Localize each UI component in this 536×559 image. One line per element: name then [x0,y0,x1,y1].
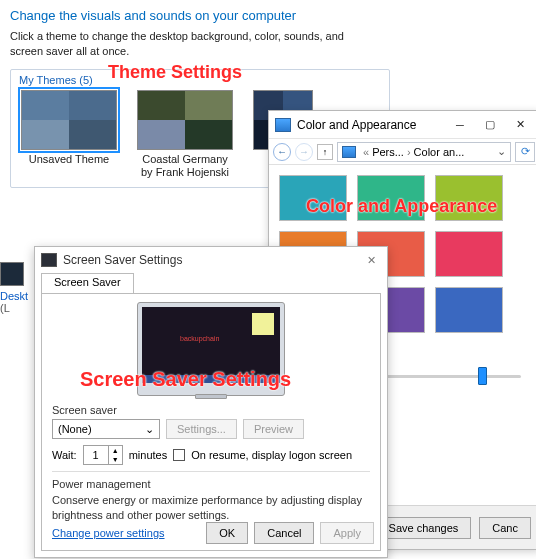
screensaver-combo[interactable]: (None) ⌄ [52,419,160,439]
maximize-button[interactable]: ▢ [477,116,503,134]
preview-monitor: backupchain [137,302,285,396]
spin-down-icon[interactable]: ▼ [108,455,122,464]
chevron-down-icon: ⌄ [145,423,154,436]
save-changes-button[interactable]: Save changes [376,517,472,539]
preview-logo: backupchain [180,335,219,342]
color-swatch[interactable] [435,287,503,333]
minimize-button[interactable]: ─ [447,116,473,134]
sticky-note-icon [252,313,274,335]
ok-button[interactable]: OK [206,522,248,544]
screen-saver-window: Screen Saver Settings ✕ Screen Saver bac… [34,246,388,558]
sidebar-desktop-link[interactable]: Deskt [0,290,28,302]
color-swatch[interactable] [435,175,503,221]
breadcrumb-item[interactable]: Color an... [414,146,465,158]
theme-name: Coastal Germany by Frank Hojenski [135,153,235,179]
close-button[interactable]: ✕ [507,116,533,134]
titlebar[interactable]: Screen Saver Settings ✕ [35,247,387,273]
nav-bar: ← → ↑ « Pers... › Color an... ⌄ ⟳ [269,139,536,165]
color-swatch[interactable] [279,175,347,221]
wait-units: minutes [129,449,168,461]
window-title: Screen Saver Settings [63,253,361,267]
close-button[interactable]: ✕ [361,254,381,267]
forward-button[interactable]: → [295,143,313,161]
theme-thumbnail[interactable] [137,90,233,150]
titlebar[interactable]: Color and Appearance ─ ▢ ✕ [269,111,536,139]
window-icon [275,118,291,132]
group-label: Screen saver [52,404,370,416]
power-management-desc: Conserve energy or maximize performance … [52,493,370,523]
theme-item[interactable]: Unsaved Theme [19,90,119,179]
window-icon [41,253,57,267]
up-button[interactable]: ↑ [317,144,333,160]
breadcrumb-item[interactable]: Pers... [372,146,404,158]
my-themes-header: My Themes (5) [19,74,381,86]
slider-thumb[interactable] [478,367,487,385]
theme-name: Unsaved Theme [29,153,110,166]
spin-up-icon[interactable]: ▲ [108,446,122,455]
tab-screensaver[interactable]: Screen Saver [41,273,134,293]
page-title: Change the visuals and sounds on your co… [10,8,390,23]
sidebar-links: Deskt (L [0,262,28,314]
combo-value: (None) [58,423,92,435]
page-description: Click a theme to change the desktop back… [10,29,370,59]
theme-thumbnail[interactable] [21,90,117,150]
color-swatch[interactable] [357,175,425,221]
window-title: Color and Appearance [297,118,447,132]
cancel-button[interactable]: Canc [479,517,531,539]
breadcrumb-icon [342,146,356,158]
cancel-button[interactable]: Cancel [254,522,314,544]
wait-spinner[interactable]: ▲▼ [83,445,123,465]
chevron-down-icon[interactable]: ⌄ [497,145,506,158]
theme-item[interactable]: Coastal Germany by Frank Hojenski [135,90,235,179]
resume-checkbox[interactable] [173,449,185,461]
preview-button: Preview [243,419,304,439]
refresh-button[interactable]: ⟳ [515,142,535,162]
color-swatch[interactable] [435,231,503,277]
apply-button: Apply [320,522,374,544]
wait-input[interactable] [84,446,108,464]
change-power-settings-link[interactable]: Change power settings [52,527,165,539]
settings-button: Settings... [166,419,237,439]
power-management-label: Power management [52,478,370,490]
back-button[interactable]: ← [273,143,291,161]
sidebar-text: (L [0,302,10,314]
desktop-icon [0,262,24,286]
wait-label: Wait: [52,449,77,461]
breadcrumb[interactable]: « Pers... › Color an... ⌄ [337,142,511,162]
resume-label: On resume, display logon screen [191,449,352,461]
